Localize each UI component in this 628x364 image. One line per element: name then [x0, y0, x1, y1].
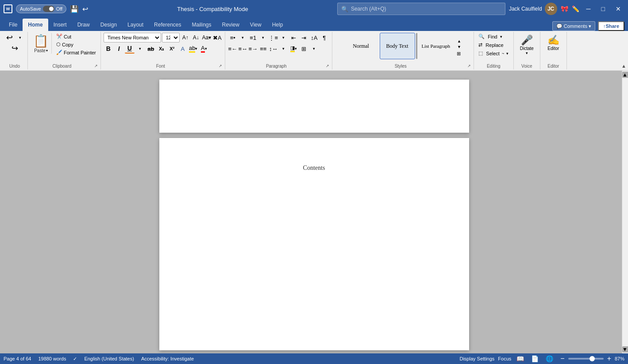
paste-button[interactable]: 📋 Paste ▾ [31, 33, 52, 54]
minimize-button[interactable]: ─ [583, 5, 594, 12]
cut-button[interactable]: ✂️ Cut [54, 33, 98, 40]
read-mode-button[interactable]: 📖 [515, 355, 526, 362]
sort-button[interactable]: ↕A [309, 33, 319, 42]
close-button[interactable]: ✕ [612, 5, 624, 12]
clear-format-button[interactable]: ✖A [212, 33, 222, 42]
undo-dropdown-button[interactable]: ▾ [15, 33, 25, 42]
search-input[interactable] [351, 6, 501, 12]
multilevel-button[interactable]: ⋮≡ [269, 33, 278, 42]
justify-button[interactable]: ≡≡ [258, 44, 268, 54]
ribbon-display-icon[interactable]: 🎀 [561, 5, 568, 12]
save-icon[interactable]: 💾 [70, 5, 79, 13]
print-layout-button[interactable]: 📄 [529, 355, 540, 362]
share-button[interactable]: ↑ Share [598, 21, 624, 31]
numbering-dropdown[interactable]: ▾ [258, 33, 268, 42]
select-button[interactable]: ⬚ Select ~ ▾ [477, 50, 510, 57]
center-button[interactable]: ≡↔ [238, 44, 248, 54]
zoom-out-button[interactable]: − [559, 355, 566, 363]
tab-references[interactable]: References [149, 19, 186, 31]
tab-home[interactable]: Home [23, 19, 48, 31]
zoom-level[interactable]: 87% [615, 356, 624, 361]
line-spacing-dropdown[interactable]: ▾ [279, 44, 289, 54]
increase-indent-button[interactable]: ⇥ [299, 33, 309, 42]
text-effects-button[interactable]: A [178, 44, 188, 54]
superscript-button[interactable]: X² [167, 44, 177, 54]
language[interactable]: English (United States) [84, 356, 134, 361]
maximize-button[interactable]: □ [598, 5, 609, 12]
show-para-button[interactable]: ¶ [320, 33, 329, 42]
numbering-button[interactable]: ≡1 [248, 33, 258, 42]
accessibility[interactable]: Accessibility: Investigate [141, 356, 194, 361]
underline-button[interactable]: U [125, 44, 135, 54]
styles-scroll-down[interactable]: ▼ [456, 44, 462, 50]
paste-dropdown-icon[interactable]: ▾ [46, 49, 48, 53]
tab-mailings[interactable]: Mailings [186, 19, 216, 31]
collapse-ribbon-button[interactable]: ▲ [621, 63, 626, 69]
font-name-select[interactable]: Times New Roman [104, 33, 161, 42]
style-normal[interactable]: Normal [343, 33, 379, 59]
page-info[interactable]: Page 4 of 64 [4, 356, 31, 361]
bold-button[interactable]: B [104, 44, 113, 54]
find-button[interactable]: 🔍 Find ▾ [477, 33, 504, 40]
dictate-dropdown[interactable]: ▾ [526, 51, 528, 55]
italic-button[interactable]: I [114, 44, 124, 54]
font-expand-icon[interactable]: ↗ [219, 64, 222, 68]
font-size-select[interactable]: 12 [162, 33, 180, 42]
line-spacing-button[interactable]: ↕↔ [269, 44, 278, 54]
tab-layout[interactable]: Layout [122, 19, 149, 31]
decrease-font-button[interactable]: A↓ [191, 33, 201, 42]
bullets-dropdown[interactable]: ▾ [238, 33, 248, 42]
copy-button[interactable]: ⬡ Copy [54, 41, 98, 48]
display-settings[interactable]: Display Settings [459, 356, 494, 361]
format-painter-button[interactable]: 🖌️ Format Painter [54, 49, 98, 56]
scroll-track[interactable] [622, 79, 628, 345]
doc-area[interactable]: Contents [6, 71, 622, 353]
bullets-button[interactable]: ≡• [228, 33, 238, 42]
comments-button[interactable]: 💬 Comments ▾ [552, 21, 595, 31]
increase-font-button[interactable]: A↑ [181, 33, 190, 42]
focus-label[interactable]: Focus [498, 356, 511, 361]
tab-design[interactable]: Design [95, 19, 122, 31]
borders-dropdown[interactable]: ▾ [309, 44, 319, 54]
tab-file[interactable]: File [4, 19, 23, 31]
tab-review[interactable]: Review [217, 19, 245, 31]
find-dropdown[interactable]: ▾ [500, 34, 502, 39]
dictate-button[interactable]: 🎤 Dictate ▾ [516, 33, 537, 57]
select-dropdown[interactable]: ▾ [506, 51, 509, 56]
paragraph-expand-icon[interactable]: ↗ [326, 64, 329, 68]
tab-view[interactable]: View [245, 19, 267, 31]
zoom-thumb[interactable] [589, 356, 595, 361]
user-avatar[interactable]: JC [545, 3, 557, 15]
redo-button[interactable]: ↪ [10, 43, 19, 53]
styles-expand-button[interactable]: ⊞ [456, 50, 462, 57]
autosave-button[interactable]: AutoSave Off [16, 4, 66, 13]
word-count[interactable]: 19880 words [38, 356, 66, 361]
pen-icon[interactable]: ✏️ [572, 5, 579, 12]
tab-help[interactable]: Help [267, 19, 289, 31]
underline-dropdown[interactable]: ▾ [135, 44, 145, 54]
clipboard-expand-icon[interactable]: ↗ [94, 64, 98, 68]
scroll-down-button[interactable]: ▼ [622, 346, 628, 353]
search-bar[interactable]: 🔍 [337, 3, 505, 15]
editor-button[interactable]: ✍ Editor [544, 33, 563, 53]
autosave-toggle[interactable] [43, 6, 54, 12]
zoom-in-button[interactable]: + [605, 355, 613, 363]
multilevel-dropdown[interactable]: ▾ [279, 33, 289, 42]
styles-expand-icon[interactable]: ↗ [467, 64, 471, 68]
web-layout-button[interactable]: 🌐 [544, 355, 555, 362]
styles-scroll-up[interactable]: ▲ [456, 38, 462, 44]
zoom-slider[interactable] [568, 358, 604, 360]
strikethrough-button[interactable]: ab [146, 44, 156, 54]
change-case-button[interactable]: Aa▾ [202, 33, 212, 42]
spell-check-icon[interactable]: ✓ [73, 356, 77, 362]
font-color-button[interactable]: A ▾ [199, 44, 209, 54]
highlight-button[interactable]: ab ▾ [189, 44, 198, 54]
align-left-button[interactable]: ≡← [228, 44, 238, 54]
page-contents[interactable]: Contents [159, 138, 469, 350]
decrease-indent-button[interactable]: ⇤ [289, 33, 299, 42]
undo-button[interactable]: ↩ [4, 33, 14, 42]
scroll-up-button[interactable]: ▲ [622, 72, 628, 78]
replace-button[interactable]: ⇄ Replace [477, 41, 505, 49]
borders-button[interactable]: ⊞ [299, 44, 309, 54]
subscript-button[interactable]: X₂ [157, 44, 166, 54]
